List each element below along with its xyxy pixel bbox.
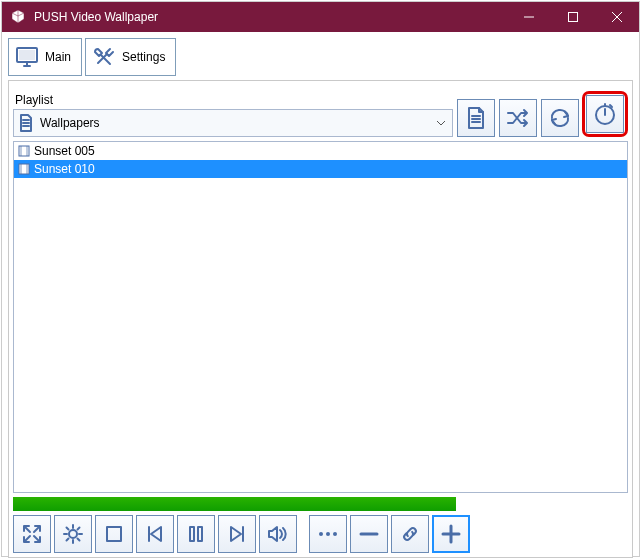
titlebar: PUSH Video Wallpaper bbox=[2, 2, 639, 32]
tab-main[interactable]: Main bbox=[8, 38, 82, 76]
more-button[interactable] bbox=[309, 515, 347, 553]
add-button[interactable] bbox=[432, 515, 470, 553]
playlist-dropdown[interactable]: Wallpapers bbox=[13, 109, 453, 137]
tab-settings[interactable]: Settings bbox=[85, 38, 176, 76]
progress-fill bbox=[13, 497, 456, 511]
svg-line-25 bbox=[34, 527, 39, 532]
repeat-button[interactable] bbox=[541, 99, 579, 137]
svg-point-35 bbox=[326, 532, 330, 536]
shuffle-button[interactable] bbox=[499, 99, 537, 137]
settings-gear-button[interactable] bbox=[54, 515, 92, 553]
monitor-icon bbox=[15, 45, 39, 69]
playlist-selected: Wallpapers bbox=[40, 116, 100, 130]
maximize-button[interactable] bbox=[551, 2, 595, 32]
remove-button[interactable] bbox=[350, 515, 388, 553]
new-playlist-button[interactable] bbox=[457, 99, 495, 137]
playlist-label: Playlist bbox=[13, 93, 453, 107]
highlight-ring bbox=[582, 91, 628, 137]
chevron-down-icon bbox=[436, 120, 446, 126]
tab-label: Settings bbox=[122, 50, 165, 64]
svg-rect-5 bbox=[19, 50, 35, 60]
document-icon bbox=[18, 114, 34, 132]
tab-label: Main bbox=[45, 50, 71, 64]
pause-button[interactable] bbox=[177, 515, 215, 553]
list-item[interactable]: Sunset 010 bbox=[14, 160, 627, 178]
progress-bar[interactable] bbox=[13, 497, 628, 511]
svg-point-36 bbox=[333, 532, 337, 536]
svg-rect-1 bbox=[569, 13, 578, 22]
svg-line-27 bbox=[25, 536, 30, 541]
close-button[interactable] bbox=[595, 2, 639, 32]
app-icon bbox=[10, 9, 26, 25]
svg-line-26 bbox=[34, 536, 39, 541]
list-item[interactable]: Sunset 005 bbox=[14, 142, 627, 160]
item-label: Sunset 010 bbox=[34, 162, 95, 176]
svg-rect-18 bbox=[19, 146, 29, 156]
svg-line-24 bbox=[25, 527, 30, 532]
tools-icon bbox=[92, 45, 116, 69]
svg-rect-21 bbox=[19, 164, 29, 174]
item-label: Sunset 005 bbox=[34, 144, 95, 158]
window-title: PUSH Video Wallpaper bbox=[34, 10, 507, 24]
svg-rect-32 bbox=[198, 527, 202, 541]
next-button[interactable] bbox=[218, 515, 256, 553]
stop-button[interactable] bbox=[95, 515, 133, 553]
svg-point-28 bbox=[69, 530, 77, 538]
volume-button[interactable] bbox=[259, 515, 297, 553]
playlist-list[interactable]: Sunset 005 Sunset 010 bbox=[13, 141, 628, 493]
fullscreen-button[interactable] bbox=[13, 515, 51, 553]
svg-rect-29 bbox=[107, 527, 121, 541]
video-icon bbox=[18, 163, 30, 175]
progress-empty bbox=[456, 497, 628, 511]
previous-button[interactable] bbox=[136, 515, 174, 553]
timer-button[interactable] bbox=[586, 95, 624, 133]
link-button[interactable] bbox=[391, 515, 429, 553]
tabs: Main Settings bbox=[6, 36, 635, 78]
video-icon bbox=[18, 145, 30, 157]
minimize-button[interactable] bbox=[507, 2, 551, 32]
svg-rect-31 bbox=[190, 527, 194, 541]
svg-point-34 bbox=[319, 532, 323, 536]
